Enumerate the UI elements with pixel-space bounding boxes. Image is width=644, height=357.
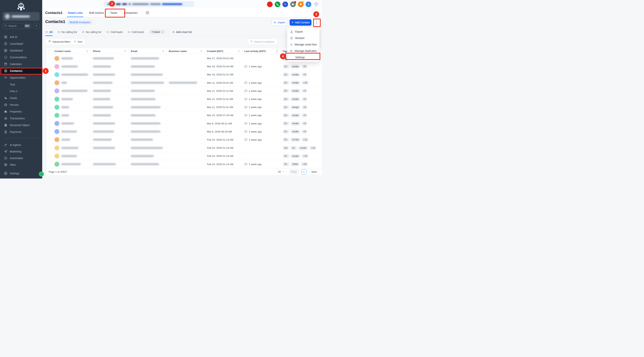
sidebar-item-dashboard[interactable]: Dashboard: [0, 47, 42, 54]
sidebar-item-conversations[interactable]: Conversations: [0, 54, 42, 61]
sort-toggle-icon[interactable]: [238, 50, 240, 52]
row-checkbox[interactable]: [48, 57, 51, 60]
gem-icon[interactable]: [313, 2, 319, 7]
sort-toggle-icon[interactable]: [162, 50, 164, 52]
prev-page-button[interactable]: Prev: [289, 169, 299, 175]
contact-name-cell[interactable]: [52, 152, 91, 160]
menu-item-manage-smart-lists[interactable]: Manage smart lists: [287, 41, 319, 48]
tab-bulk-actions[interactable]: Bulk Actions: [89, 8, 104, 17]
sidebar-item-toys[interactable]: Toys: [0, 81, 42, 88]
contact-name-cell[interactable]: [52, 144, 91, 152]
row-checkbox[interactable]: [48, 65, 51, 68]
sidebar-item-payments[interactable]: Payments: [0, 129, 42, 135]
sidebar-item-ai-agents[interactable]: AI Agents: [0, 142, 42, 148]
tab-companies[interactable]: Companies: [124, 8, 138, 17]
contact-name-cell[interactable]: [52, 120, 91, 128]
smart-list-tab-cold-leads[interactable]: Cold leads: [106, 28, 123, 36]
tab-smart-lists[interactable]: Smart Lists: [68, 8, 83, 17]
help-button[interactable]: ?: [306, 2, 311, 7]
row-checkbox[interactable]: [48, 89, 51, 92]
more-actions-kebab-button[interactable]: [314, 19, 319, 26]
sidebar-item-transactions[interactable]: Transactions: [0, 115, 42, 122]
contact-name-cell[interactable]: [52, 160, 91, 168]
column-header-last-activity-edt-[interactable]: Last activity (EDT): [242, 48, 280, 54]
menu-item-restore[interactable]: Restore: [287, 35, 319, 41]
row-checkbox[interactable]: [48, 106, 51, 109]
menu-item-settings[interactable]: Settings: [287, 54, 319, 61]
megaphone-button[interactable]: [290, 2, 296, 7]
smart-list-tab-cold-leads[interactable]: Cold leads: [128, 28, 144, 36]
contact-name-cell[interactable]: [52, 136, 91, 144]
column-header-business-name[interactable]: Business name: [166, 48, 204, 54]
more-smart-lists-button[interactable]: 7 more: [149, 30, 166, 35]
add-contact-button[interactable]: + Add Contact: [290, 19, 312, 26]
sidebar-collapse-button[interactable]: «: [39, 172, 44, 177]
column-header-created-edt-[interactable]: Created (EDT): [204, 48, 242, 54]
contact-name-cell[interactable]: [52, 71, 91, 79]
sort-toggle-icon[interactable]: [276, 50, 278, 52]
object-settings-gear-icon[interactable]: [146, 11, 149, 15]
column-header-email[interactable]: Email: [128, 48, 166, 54]
sidebar-item-opportunities[interactable]: Opportunities: [0, 75, 42, 81]
sort-button[interactable]: Sort: [71, 39, 85, 45]
column-header-phone[interactable]: Phone: [91, 48, 128, 54]
add-smart-list-button[interactable]: +Add smart list: [172, 30, 192, 34]
contact-name-cell[interactable]: [52, 87, 91, 95]
page-size-select[interactable]: 20: [276, 169, 286, 175]
row-checkbox[interactable]: [48, 81, 51, 84]
row-checkbox[interactable]: [48, 155, 51, 158]
sidebar-item-ask-ai[interactable]: Ask AI: [0, 34, 42, 40]
sidebar-item-pets-2[interactable]: Pets-2: [0, 88, 42, 94]
row-checkbox[interactable]: [48, 163, 51, 166]
row-checkbox[interactable]: [48, 138, 51, 141]
contact-name-cell[interactable]: [52, 111, 91, 119]
current-page-button[interactable]: 1: [301, 169, 306, 175]
sidebar-item-calendars[interactable]: Calendars: [0, 61, 42, 67]
row-checkbox[interactable]: [48, 146, 51, 149]
sort-toggle-icon[interactable]: [200, 50, 202, 52]
smart-list-tab-all[interactable]: All: [45, 28, 52, 36]
import-button[interactable]: Import: [272, 19, 287, 26]
code-button[interactable]: [267, 2, 273, 7]
sort-toggle-icon[interactable]: [124, 50, 126, 52]
advanced-filters-button[interactable]: Advanced filters: [45, 39, 74, 45]
account-switcher[interactable]: [3, 12, 40, 21]
tab-tasks[interactable]: Tasks: [110, 8, 118, 17]
sidebar-item-automation[interactable]: Automation: [0, 155, 42, 161]
row-checkbox[interactable]: [48, 73, 51, 76]
sidebar-item-contacts1[interactable]: Contacts1: [0, 68, 42, 74]
contact-name-cell[interactable]: [52, 95, 91, 103]
quick-actions-button[interactable]: [33, 23, 40, 29]
phone-button[interactable]: [275, 2, 280, 7]
select-all-checkbox[interactable]: [48, 50, 51, 53]
contact-name-cell[interactable]: [52, 79, 91, 87]
row-checkbox[interactable]: [48, 130, 51, 133]
next-page-button[interactable]: Next: [309, 169, 319, 175]
contact-name-cell[interactable]: [52, 103, 91, 111]
contact-name-cell[interactable]: [52, 54, 91, 62]
announcement-banner-blurred[interactable]: [104, 1, 194, 7]
sidebar-item-renamed-object[interactable]: Renamed Object: [0, 122, 42, 128]
smart-list-tab-no-calling-list[interactable]: No calling list: [58, 28, 77, 36]
sidebar-item-marketing[interactable]: Marketing: [0, 148, 42, 155]
sidebar-item-sites[interactable]: Sites: [0, 162, 42, 168]
sidebar-item-launchpad[interactable]: Launchpad: [0, 41, 42, 47]
row-checkbox[interactable]: [48, 122, 51, 125]
smart-list-tab-no-calling-list[interactable]: No calling list: [82, 28, 101, 36]
bell-button[interactable]: [298, 2, 304, 7]
sidebar-item-casdc[interactable]: Casdc: [0, 95, 42, 101]
contact-name-cell[interactable]: [52, 128, 91, 136]
row-checkbox[interactable]: [48, 114, 51, 117]
menu-item-manage-duplicates[interactable]: Manage duplicates: [287, 48, 319, 54]
row-checkbox[interactable]: [48, 98, 51, 101]
sidebar-item-houses[interactable]: Houses: [0, 102, 42, 108]
sidebar-item-settings[interactable]: Settings: [0, 170, 42, 177]
column-header-contact-name[interactable]: Contact name: [52, 48, 91, 54]
sort-toggle-icon[interactable]: [86, 50, 88, 52]
sidebar-search-input[interactable]: Search ⌘K: [3, 23, 32, 29]
table-search-input[interactable]: [254, 40, 276, 43]
contact-name-cell[interactable]: [52, 62, 91, 71]
menu-item-export[interactable]: Export: [287, 29, 319, 35]
sidebar-item-properties[interactable]: Properties: [0, 108, 42, 115]
sparkles-button[interactable]: [282, 2, 288, 7]
